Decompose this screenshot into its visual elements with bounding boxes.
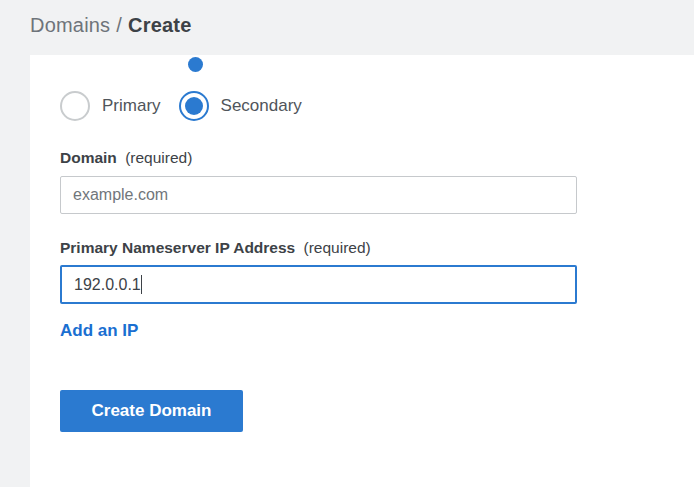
ip-field-label: Primary Nameserver IP Address (required) (60, 239, 371, 257)
page-title: Create (128, 14, 191, 36)
text-cursor (141, 275, 142, 294)
breadcrumb: Domains/Create (30, 14, 192, 37)
radio-primary-label[interactable]: Primary (102, 96, 161, 116)
domain-label-text: Domain (60, 149, 117, 166)
primary-nameserver-ip-input[interactable] (60, 265, 577, 304)
ip-input-wrap (60, 265, 577, 304)
ip-label-text: Primary Nameserver IP Address (60, 239, 295, 256)
breadcrumb-separator: / (116, 14, 122, 36)
add-an-ip-link[interactable]: Add an IP (60, 321, 138, 341)
breadcrumb-domains-link[interactable]: Domains (30, 14, 110, 36)
ip-required-hint: (required) (304, 239, 371, 256)
radio-secondary-label[interactable]: Secondary (221, 96, 302, 116)
create-domain-panel: Primary Secondary Domain (required) Prim… (30, 55, 694, 487)
domain-type-radio-group: Primary Secondary (60, 91, 302, 121)
blue-dot-artifact (188, 57, 203, 72)
domain-required-hint: (required) (125, 149, 192, 166)
radio-primary[interactable] (60, 91, 90, 121)
domain-input[interactable] (60, 176, 577, 214)
radio-secondary[interactable] (179, 91, 209, 121)
create-domain-button[interactable]: Create Domain (60, 390, 243, 432)
domain-field-label: Domain (required) (60, 149, 192, 167)
